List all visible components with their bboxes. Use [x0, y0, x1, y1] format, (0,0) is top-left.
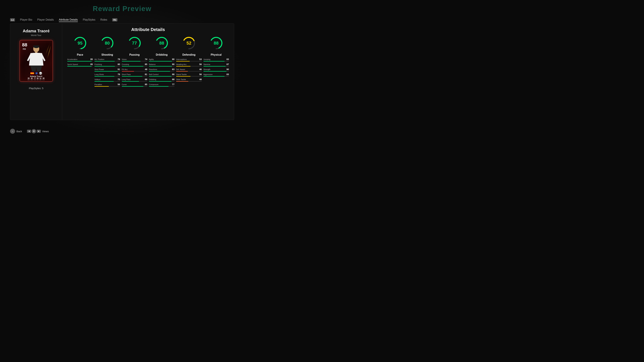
stat-row-passing-0: Vision74 — [122, 58, 147, 61]
back-label: Back — [16, 130, 22, 133]
back-nav-item[interactable]: ○ Back — [10, 129, 22, 134]
stat-row-dribbling-4: Dribbling88 — [149, 78, 174, 82]
stat-name-dribbling-4: Dribbling — [149, 78, 156, 80]
stat-name-dribbling-0: Agility — [149, 58, 154, 60]
svg-text:FFC: FFC — [40, 73, 42, 74]
stat-header-pace-0: Acceleration95 — [67, 58, 93, 60]
stat-value-passing-0: 74 — [145, 58, 147, 60]
stat-bar-passing-5 — [122, 86, 147, 87]
stat-bar-fill-dribbling-1 — [149, 66, 172, 66]
left-panel: Adama Traoré World Tour 88 RM — [10, 24, 62, 120]
stat-row-dribbling-2: Reactions83 — [149, 68, 174, 71]
category-label-pace: Pace — [77, 53, 83, 56]
card-flags: FFC — [30, 72, 42, 75]
nav-bar: L1 Player Bio Player Details Attribute D… — [10, 17, 118, 22]
stat-bar-dribbling-0 — [149, 61, 174, 61]
stat-bar-fill-defending-0 — [176, 61, 190, 61]
stat-bar-fill-dribbling-3 — [149, 76, 172, 77]
views-right-arrow[interactable]: ► — [37, 130, 41, 133]
stat-header-dribbling-5: Composure77 — [149, 83, 174, 86]
tab-attribute-details[interactable]: Attribute Details — [59, 17, 78, 22]
tab-roles[interactable]: Roles — [100, 17, 107, 22]
stat-row-defending-3: Stand Tackle56 — [176, 73, 202, 77]
stat-value-dribbling-1: 90 — [172, 63, 174, 65]
stat-value-passing-2: 48 — [145, 68, 147, 70]
stat-name-shooting-3: Long Shots — [94, 73, 104, 75]
stat-value-physical-0: 83 — [226, 58, 229, 60]
stat-header-passing-5: Curve85 — [122, 83, 147, 86]
stat-row-physical-0: Jumping83 — [204, 58, 229, 61]
stat-bar-physical-3 — [204, 76, 229, 77]
player-image-area — [20, 42, 53, 72]
stat-row-dribbling-1: Balance90 — [149, 63, 174, 66]
card-stat-pac: 95 PAC — [28, 77, 30, 80]
stat-bar-fill-shooting-5 — [94, 86, 109, 87]
stat-bar-dribbling-4 — [149, 81, 174, 82]
stat-bar-passing-0 — [122, 61, 147, 61]
stat-value-shooting-3: 78 — [118, 73, 120, 76]
stat-bar-fill-passing-4 — [122, 81, 139, 82]
stat-bar-fill-shooting-4 — [94, 81, 114, 82]
gauge-pace: 95 — [72, 35, 88, 51]
views-r-badge: R — [32, 129, 36, 133]
tab-player-details[interactable]: Player Details — [37, 17, 54, 22]
card-stats-row: 95 PAC 80 SHO 77 PAS 88 DRI — [20, 77, 53, 80]
stat-bar-fill-passing-5 — [122, 86, 144, 87]
stat-row-defending-0: Interceptions53 — [176, 58, 202, 61]
stat-bar-passing-1 — [122, 66, 147, 66]
stat-value-passing-1: 85 — [145, 63, 147, 65]
stat-bar-fill-defending-3 — [176, 76, 190, 77]
gauge-shooting: 80 — [100, 35, 115, 51]
stat-bar-shooting-4 — [94, 81, 120, 82]
stat-bar-defending-3 — [176, 76, 202, 77]
stat-name-passing-5: Curve — [122, 83, 126, 85]
views-nav-item[interactable]: ◄ R ► Views — [27, 129, 49, 133]
tab-player-bio[interactable]: Player Bio — [20, 17, 32, 22]
stat-value-dribbling-3: 88 — [172, 73, 174, 76]
gauge-passing: 77 — [127, 35, 142, 51]
stat-value-defending-4: 48 — [199, 78, 202, 81]
tab-playstyles[interactable]: PlayStyles — [83, 17, 96, 22]
right-badge: R1 — [112, 18, 118, 21]
views-label: Views — [42, 130, 49, 133]
stat-bar-fill-passing-1 — [122, 66, 144, 66]
stat-name-passing-3: Short Pass — [122, 73, 131, 75]
stat-name-dribbling-2: Reactions — [149, 68, 157, 70]
stat-bar-shooting-1 — [94, 66, 120, 66]
stat-name-passing-4: Long Pass — [122, 78, 130, 80]
stat-bar-fill-physical-1 — [204, 66, 226, 66]
stat-bar-shooting-5 — [94, 86, 120, 87]
back-circle-btn[interactable]: ○ — [10, 129, 15, 134]
stat-value-shooting-0: 79 — [118, 58, 120, 60]
attributes-grid: 95PaceAcceleration95Sprint Speed95 80Sho… — [67, 35, 229, 88]
stat-header-dribbling-0: Agility90 — [149, 58, 174, 60]
stat-header-physical-1: Stamina87 — [204, 63, 229, 65]
stat-value-shooting-4: 75 — [118, 78, 120, 81]
stat-name-defending-0: Interceptions — [176, 58, 187, 60]
attr-column-shooting: 80ShootingAtt. Position79Finishing80Shot… — [94, 35, 120, 88]
player-silhouette — [25, 45, 47, 72]
stat-bar-fill-defending-2 — [176, 71, 188, 71]
views-left-arrow[interactable]: ◄ — [27, 130, 31, 133]
stat-bar-fill-defending-1 — [176, 66, 190, 66]
stat-name-defending-1: Heading Acc. — [176, 63, 187, 65]
attribute-details-title: Attribute Details — [67, 27, 229, 32]
stat-bar-dribbling-5 — [149, 86, 174, 87]
stat-header-passing-2: FK Acc.48 — [122, 68, 147, 70]
stat-header-dribbling-2: Reactions83 — [149, 68, 174, 70]
stat-header-shooting-3: Long Shots78 — [94, 73, 120, 76]
stat-row-physical-3: Aggression83 — [204, 73, 229, 77]
attr-column-physical: 88PhysicalJumping83Stamina87Strength90Ag… — [204, 35, 229, 88]
player-card: 88 RM — [20, 40, 53, 82]
stat-header-shooting-5: Penalties56 — [94, 83, 120, 86]
playstyles-label: PlayStyles: 5 — [29, 87, 44, 90]
fulham-badge: FFC — [39, 72, 42, 75]
stat-row-defending-4: Slide Tackle48 — [176, 78, 202, 82]
stat-header-shooting-0: Att. Position79 — [94, 58, 120, 60]
stat-value-physical-2: 90 — [226, 68, 229, 70]
stat-bar-pace-0 — [67, 61, 93, 61]
stat-header-defending-3: Stand Tackle56 — [176, 73, 202, 76]
stat-name-physical-1: Stamina — [204, 63, 210, 65]
attr-column-defending: 52DefendingInterceptions53Heading Acc.56… — [176, 35, 202, 88]
stat-row-shooting-4: Volleys75 — [94, 78, 120, 82]
